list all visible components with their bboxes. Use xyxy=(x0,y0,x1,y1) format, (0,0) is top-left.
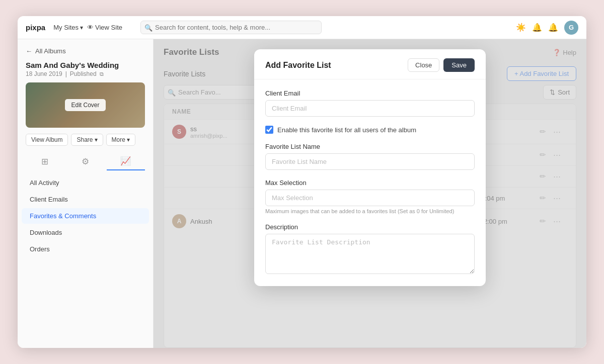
album-cover: Edit Cover xyxy=(26,82,145,128)
my-sites-label: My Sites xyxy=(53,24,79,31)
sidebar-item-client-emails[interactable]: Client Emails xyxy=(22,192,149,207)
enable-all-users-row: Enable this favorite list for all users … xyxy=(265,126,475,134)
search-icon: 🔍 xyxy=(144,24,153,31)
tab-photos[interactable]: ⊞ xyxy=(26,153,64,170)
view-site-label: View Site xyxy=(95,24,122,31)
client-email-input[interactable] xyxy=(265,100,475,117)
sun-icon[interactable]: ☀️ xyxy=(516,23,526,32)
album-date: 18 June 2019 xyxy=(26,70,62,77)
cover-overlay: Edit Cover xyxy=(26,82,145,128)
bell-icon[interactable]: 🔔 xyxy=(548,23,558,32)
description-label: Description xyxy=(265,223,475,231)
more-button[interactable]: More ▾ xyxy=(106,134,135,146)
sidebar-item-all-activity[interactable]: All Activity xyxy=(22,175,149,191)
topbar-nav: My Sites ▾ 👁 View Site xyxy=(53,24,122,31)
chart-icon: 📈 xyxy=(120,156,131,166)
modal-header: Add Favorite List Close Save xyxy=(254,49,486,79)
sidebar-actions: View Album Share ▾ More ▾ xyxy=(18,134,153,153)
max-selection-hint: Maximum images that can be added to a fa… xyxy=(265,208,475,214)
sidebar: ← All Albums Sam And Gaby's Wedding 18 J… xyxy=(18,39,154,348)
modal-title: Add Favorite List xyxy=(265,61,331,70)
link-icon: ⧉ xyxy=(100,71,104,77)
favorite-list-name-label: Favorite List Name xyxy=(265,143,475,150)
add-favorite-list-modal: Add Favorite List Close Save Client Emai… xyxy=(254,49,486,286)
album-meta: 18 June 2019 | Published ⧉ xyxy=(18,70,153,82)
description-group: Description xyxy=(265,223,475,276)
main-area: ← All Albums Sam And Gaby's Wedding 18 J… xyxy=(18,39,586,348)
sidebar-tabs: ⊞ ⚙ 📈 xyxy=(18,153,153,174)
topbar-search-input[interactable] xyxy=(140,21,322,34)
chevron-down-icon: ▾ xyxy=(80,24,83,31)
share-button[interactable]: Share ▾ xyxy=(71,134,103,146)
favorite-list-name-group: Favorite List Name xyxy=(265,143,475,170)
client-email-label: Client Email xyxy=(265,89,475,97)
avatar[interactable]: G xyxy=(564,21,578,35)
modal-header-actions: Close Save xyxy=(408,58,475,72)
back-to-albums[interactable]: ← All Albums xyxy=(18,47,153,61)
enable-all-users-checkbox[interactable] xyxy=(265,126,273,134)
my-sites-nav[interactable]: My Sites ▾ xyxy=(53,24,83,31)
eye-icon: 👁 xyxy=(87,24,94,31)
back-arrow-icon: ← xyxy=(26,47,32,55)
view-site-nav[interactable]: 👁 View Site xyxy=(87,24,122,31)
modal-close-button[interactable]: Close xyxy=(408,58,439,72)
notification-icon[interactable]: 🔔 xyxy=(532,23,542,32)
modal-body: Client Email Enable this favorite list f… xyxy=(254,79,486,286)
browser-window: pixpa My Sites ▾ 👁 View Site 🔍 ☀️ 🔔 🔔 G xyxy=(18,16,586,348)
edit-cover-button[interactable]: Edit Cover xyxy=(65,99,105,111)
album-title: Sam And Gaby's Wedding xyxy=(18,61,153,70)
max-selection-group: Max Selection Maximum images that can be… xyxy=(265,179,475,214)
separator: | xyxy=(65,70,67,77)
favorite-list-name-input[interactable] xyxy=(265,153,475,170)
chevron-down-icon: ▾ xyxy=(95,136,98,143)
topbar: pixpa My Sites ▾ 👁 View Site 🔍 ☀️ 🔔 🔔 G xyxy=(18,16,586,39)
sidebar-item-orders[interactable]: Orders xyxy=(22,241,149,257)
tab-activity[interactable]: 📈 xyxy=(107,153,145,170)
enable-all-users-label: Enable this favorite list for all users … xyxy=(277,126,416,134)
settings-icon: ⚙ xyxy=(82,156,89,167)
modal-save-button[interactable]: Save xyxy=(443,58,475,72)
chevron-down-icon: ▾ xyxy=(127,136,130,143)
topbar-right: ☀️ 🔔 🔔 G xyxy=(516,21,578,35)
content-area: Favorite Lists ❓ Help Favorite Lists + A… xyxy=(154,39,586,348)
view-album-button[interactable]: View Album xyxy=(26,134,68,146)
max-selection-label: Max Selection xyxy=(265,179,475,187)
topbar-search-area: 🔍 xyxy=(140,21,322,34)
description-textarea[interactable] xyxy=(265,234,475,274)
tab-settings[interactable]: ⚙ xyxy=(66,153,104,170)
sidebar-item-downloads[interactable]: Downloads xyxy=(22,225,149,240)
album-status: Published xyxy=(70,70,97,77)
modal-overlay: Add Favorite List Close Save Client Emai… xyxy=(154,39,586,348)
pixpa-logo[interactable]: pixpa xyxy=(26,23,45,32)
photos-icon: ⊞ xyxy=(41,156,48,167)
max-selection-input[interactable] xyxy=(265,190,475,206)
sidebar-item-favorites-comments[interactable]: Favorites & Comments xyxy=(22,208,149,224)
client-email-group: Client Email xyxy=(265,89,475,117)
sidebar-nav: All Activity Client Emails Favorites & C… xyxy=(18,174,153,257)
